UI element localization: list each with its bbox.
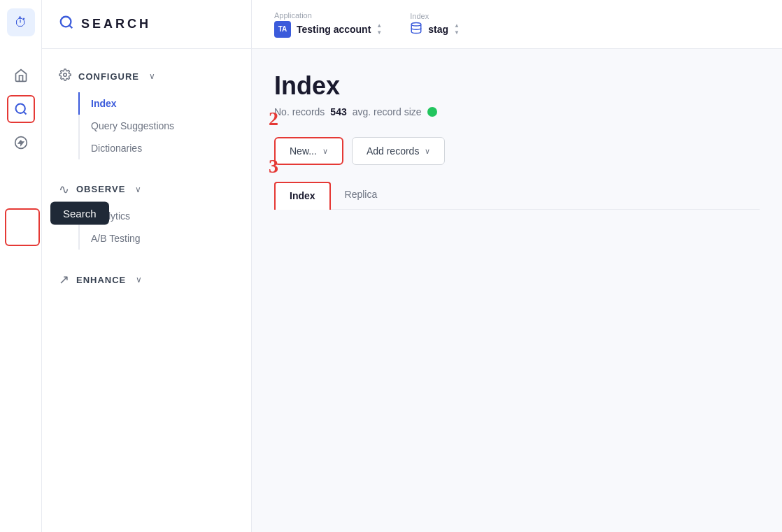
sidebar-section-enhance: ↗ ENHANCE ∨	[42, 266, 251, 293]
database-icon	[410, 22, 422, 37]
application-stepper[interactable]: ▲ ▼	[376, 22, 382, 36]
activity-icon: ∿	[59, 182, 69, 196]
enhance-title: ENHANCE	[76, 275, 126, 285]
sidebar-item-index[interactable]: Index	[78, 92, 251, 115]
tab-replica-label: Replica	[345, 189, 378, 200]
tab-index[interactable]: Index	[274, 182, 331, 210]
sidebar-content: CONFIGURE ∨ Index Query Suggestions Dict…	[42, 49, 251, 532]
svg-line-4	[69, 25, 72, 28]
page-subtitle: No. records 543 avg. record size	[274, 106, 760, 117]
sidebar-item-analytics[interactable]: Analytics	[78, 205, 251, 227]
avatar: TA	[274, 21, 291, 38]
sidebar-header: SEARCH	[42, 0, 251, 49]
index-name: stag	[428, 24, 448, 35]
tab-index-label: Index	[290, 190, 315, 201]
sidebar-item-ab-testing[interactable]: A/B Testing	[78, 227, 251, 250]
configure-chevron: ∨	[149, 71, 155, 81]
trending-icon: ↗	[59, 272, 69, 287]
index-stepper[interactable]: ▲ ▼	[454, 22, 460, 36]
timer-icon[interactable]: ⏱	[7, 8, 35, 36]
observe-items: Analytics A/B Testing	[42, 205, 251, 250]
sidebar-section-observe: ∿ OBSERVE ∨ Analytics A/B Testing	[42, 176, 251, 250]
sidebar-title: SEARCH	[81, 17, 151, 31]
add-records-label: Add records	[367, 145, 419, 157]
sidebar-item-dictionaries[interactable]: Dictionaries	[78, 137, 251, 159]
svg-point-6	[411, 22, 421, 26]
configure-items: Index Query Suggestions Dictionaries	[42, 92, 251, 159]
svg-point-0	[15, 104, 24, 113]
no-records-value: 543	[330, 106, 346, 117]
configure-title: CONFIGURE	[78, 71, 139, 82]
annotation-3: 3	[269, 155, 278, 178]
sidebar-search-icon	[59, 15, 74, 34]
add-records-button[interactable]: Add records ∨	[352, 137, 445, 165]
index-field: Index stag ▲ ▼	[410, 12, 460, 37]
add-records-chevron-icon: ∨	[425, 147, 430, 156]
lightning-icon[interactable]	[7, 129, 35, 157]
svg-line-1	[23, 112, 26, 115]
application-value[interactable]: TA Testing account ▲ ▼	[274, 21, 382, 38]
application-field: Application TA Testing account ▲ ▼	[274, 11, 382, 38]
no-records-label: No. records	[274, 106, 325, 117]
main-header: Application TA Testing account ▲ ▼ Index…	[252, 0, 782, 49]
gear-icon	[59, 69, 71, 84]
main-content: Application TA Testing account ▲ ▼ Index…	[252, 0, 782, 532]
svg-point-3	[61, 17, 71, 27]
enhance-chevron: ∨	[136, 275, 142, 285]
tabs-container: 3 Index Replica	[274, 182, 760, 210]
observe-chevron: ∨	[135, 185, 141, 194]
observe-title: OBSERVE	[76, 184, 125, 194]
status-dot	[427, 107, 437, 117]
new-chevron-icon: ∨	[322, 147, 328, 156]
icon-rail: ⏱	[0, 0, 42, 532]
observe-section-header[interactable]: ∿ OBSERVE ∨	[42, 176, 251, 202]
home-icon[interactable]	[7, 62, 35, 89]
action-buttons: 2 New... ∨ Add records ∨	[274, 137, 760, 165]
new-button-label: New...	[290, 145, 317, 157]
tab-replica[interactable]: Replica	[331, 182, 392, 210]
svg-point-5	[64, 73, 67, 77]
configure-section-header[interactable]: CONFIGURE ∨	[42, 63, 251, 89]
sidebar-section-configure: CONFIGURE ∨ Index Query Suggestions Dict…	[42, 63, 251, 159]
application-name: Testing account	[297, 24, 371, 35]
new-button[interactable]: New... ∨	[274, 137, 343, 165]
main-body: Index No. records 543 avg. record size 2…	[252, 49, 782, 532]
application-label: Application	[274, 11, 382, 20]
search-nav-icon[interactable]	[7, 95, 35, 123]
avg-size-label: avg. record size	[353, 106, 422, 117]
sidebar-item-query-suggestions[interactable]: Query Suggestions	[78, 115, 251, 137]
enhance-section-header[interactable]: ↗ ENHANCE ∨	[42, 266, 251, 293]
index-label: Index	[410, 12, 460, 20]
annotation-2: 2	[269, 108, 278, 130]
page-title: Index	[274, 71, 760, 101]
sidebar: SEARCH CONFIGURE ∨ Index Query Suggestio…	[42, 0, 252, 532]
index-value[interactable]: stag ▲ ▼	[410, 22, 460, 37]
